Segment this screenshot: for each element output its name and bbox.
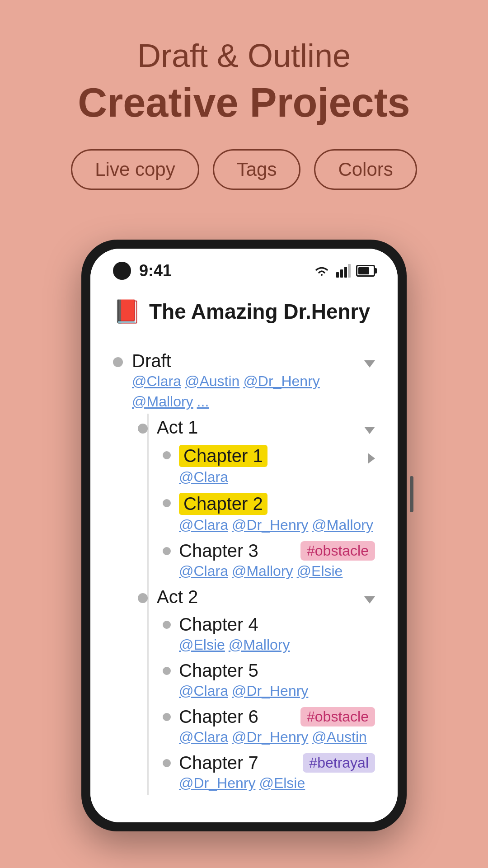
- chapter7-badge: #betrayal: [303, 753, 375, 773]
- chapter6-label: Chapter 6: [179, 707, 258, 727]
- svg-rect-2: [344, 267, 347, 278]
- act1-content: Act 1: [157, 417, 375, 438]
- outline-tree: Draft @Clara @Austin @Dr_Henry @Mallory …: [113, 347, 375, 795]
- draft-bullet: [113, 357, 123, 367]
- app-content: 📕 The Amazing Dr.Henry Draft: [90, 285, 398, 822]
- project-title: The Amazing Dr.Henry: [149, 299, 370, 324]
- chapter6-tag-austin[interactable]: @Austin: [312, 729, 366, 745]
- act2-row[interactable]: Act 2: [138, 583, 375, 611]
- chapter3-row[interactable]: Chapter 3 #obstacle @Clara @Mallory @Els…: [138, 537, 375, 583]
- chapter1-tags: @Clara: [179, 469, 375, 486]
- act1-bullet: [138, 424, 148, 434]
- chapter6-tag-drhenry[interactable]: @Dr_Henry: [232, 729, 308, 745]
- camera-dot: [113, 262, 131, 280]
- draft-tags: @Clara @Austin @Dr_Henry @Mallory ...: [132, 373, 375, 410]
- chapter7-tags: @Dr_Henry @Elsie: [179, 775, 375, 792]
- chapter7-tag-elsie[interactable]: @Elsie: [259, 775, 305, 792]
- draft-tag-more: ...: [197, 393, 209, 410]
- act1-section: Act 1 Chapter 1: [113, 414, 375, 583]
- chapter6-content: Chapter 6 #obstacle @Clara @Dr_Henry @Au…: [179, 707, 375, 745]
- chapter1-row[interactable]: Chapter 1 @Clara: [138, 441, 375, 489]
- chapter1-bullet: [163, 451, 171, 459]
- project-header: 📕 The Amazing Dr.Henry: [113, 294, 375, 329]
- phone-inner: 9:41: [90, 249, 398, 822]
- act2-label: Act 2: [157, 587, 198, 607]
- feature-pills: Live copy Tags Colors: [27, 149, 461, 190]
- svg-rect-3: [348, 264, 351, 278]
- chapter3-tag-mallory[interactable]: @Mallory: [232, 563, 293, 580]
- draft-tag-austin[interactable]: @Austin: [185, 373, 239, 390]
- chapter3-content: Chapter 3 #obstacle @Clara @Mallory @Els…: [179, 541, 375, 580]
- draft-tag-clara[interactable]: @Clara: [132, 373, 181, 390]
- chapter6-tags: @Clara @Dr_Henry @Austin: [179, 729, 375, 745]
- chapter6-bullet: [163, 713, 171, 721]
- chapter4-label: Chapter 4: [179, 614, 258, 635]
- status-left: 9:41: [113, 261, 172, 280]
- draft-label: Draft: [132, 351, 171, 371]
- phone-mockup: 9:41: [81, 240, 407, 831]
- chapter3-tag-elsie[interactable]: @Elsie: [297, 563, 343, 580]
- draft-tag-mallory[interactable]: @Mallory: [132, 393, 193, 410]
- chapter2-bullet: [163, 499, 171, 507]
- chapter4-tags: @Elsie @Mallory: [179, 637, 375, 653]
- project-icon: 📕: [113, 298, 141, 325]
- chapter6-row[interactable]: Chapter 6 #obstacle @Clara @Dr_Henry @Au…: [138, 703, 375, 749]
- chapter1-chevron: [368, 453, 375, 464]
- act2-content: Act 2: [157, 587, 375, 607]
- chapter5-bullet: [163, 667, 171, 675]
- chapter4-bullet: [163, 621, 171, 629]
- chapter7-bullet: [163, 759, 171, 767]
- status-icons: [313, 264, 375, 278]
- hero-subtitle: Draft & Outline: [27, 36, 461, 75]
- chapter2-tag-drhenry[interactable]: @Dr_Henry: [232, 517, 308, 533]
- chapter3-label: Chapter 3: [179, 541, 258, 561]
- chapter2-tags: @Clara @Dr_Henry @Mallory: [179, 517, 375, 533]
- chapter1-tag-clara[interactable]: @Clara: [179, 469, 228, 486]
- chapter7-label: Chapter 7: [179, 753, 258, 773]
- chapter2-tag-mallory[interactable]: @Mallory: [312, 517, 373, 533]
- live-copy-pill[interactable]: Live copy: [71, 149, 199, 190]
- signal-icon: [336, 264, 351, 278]
- chapter6-tag-clara[interactable]: @Clara: [179, 729, 228, 745]
- chapter5-content: Chapter 5 @Clara @Dr_Henry: [179, 660, 375, 699]
- draft-chevron: [364, 360, 375, 368]
- svg-rect-1: [340, 269, 343, 278]
- draft-row[interactable]: Draft @Clara @Austin @Dr_Henry @Mallory …: [113, 347, 375, 414]
- status-bar: 9:41: [90, 249, 398, 285]
- act2-section: Act 2 Chapter 4: [113, 583, 375, 795]
- svg-rect-0: [336, 272, 339, 278]
- hero-title: Creative Projects: [27, 80, 461, 127]
- hero-section: Draft & Outline Creative Projects Live c…: [0, 0, 488, 240]
- act1-chevron: [364, 427, 375, 434]
- chapter5-tags: @Clara @Dr_Henry: [179, 683, 375, 699]
- chapter5-row[interactable]: Chapter 5 @Clara @Dr_Henry: [138, 657, 375, 703]
- chapter5-tag-drhenry[interactable]: @Dr_Henry: [232, 683, 308, 699]
- chapter4-tag-elsie[interactable]: @Elsie: [179, 637, 225, 653]
- act2-bullet: [138, 593, 148, 603]
- battery-icon: [356, 265, 375, 277]
- chapter2-label: Chapter 2: [179, 493, 267, 515]
- chapter7-tag-drhenry[interactable]: @Dr_Henry: [179, 775, 255, 792]
- chapter5-tag-clara[interactable]: @Clara: [179, 683, 228, 699]
- chapter4-tag-mallory[interactable]: @Mallory: [229, 637, 290, 653]
- act2-chevron: [364, 596, 375, 604]
- status-time: 9:41: [139, 261, 172, 280]
- draft-content: Draft @Clara @Austin @Dr_Henry @Mallory …: [132, 351, 375, 410]
- chapter7-row[interactable]: Chapter 7 #betrayal @Dr_Henry @Elsie: [138, 749, 375, 795]
- tags-pill[interactable]: Tags: [213, 149, 301, 190]
- chapter5-label: Chapter 5: [179, 660, 258, 681]
- chapter4-content: Chapter 4 @Elsie @Mallory: [179, 614, 375, 653]
- chapter3-tag-clara[interactable]: @Clara: [179, 563, 228, 580]
- chapter2-tag-clara[interactable]: @Clara: [179, 517, 228, 533]
- chapter2-row[interactable]: Chapter 2 @Clara @Dr_Henry @Mallory: [138, 489, 375, 537]
- colors-pill[interactable]: Colors: [314, 149, 417, 190]
- chapter3-bullet: [163, 547, 171, 555]
- chapter2-content: Chapter 2 @Clara @Dr_Henry @Mallory: [179, 493, 375, 533]
- chapter4-row[interactable]: Chapter 4 @Elsie @Mallory: [138, 611, 375, 657]
- act1-row[interactable]: Act 1: [138, 414, 375, 441]
- chapter7-content: Chapter 7 #betrayal @Dr_Henry @Elsie: [179, 753, 375, 792]
- draft-tag-drhenry[interactable]: @Dr_Henry: [243, 373, 319, 390]
- chapter6-badge: #obstacle: [300, 707, 375, 726]
- chapter3-tags: @Clara @Mallory @Elsie: [179, 563, 375, 580]
- chapter1-label: Chapter 1: [179, 445, 267, 467]
